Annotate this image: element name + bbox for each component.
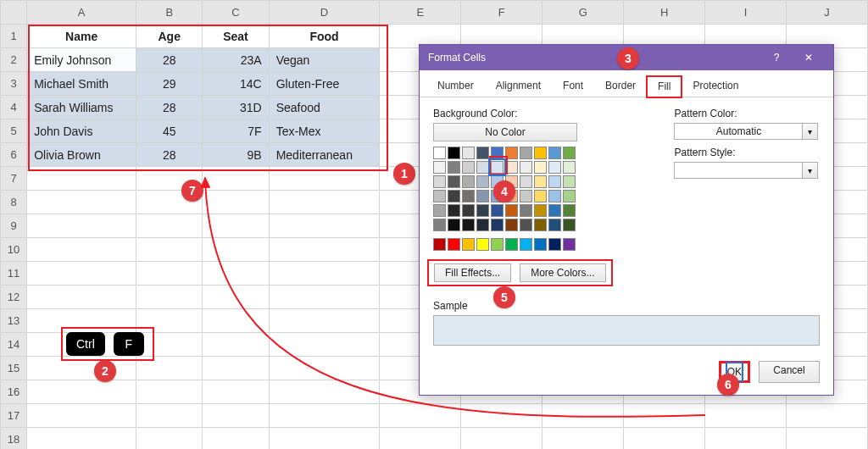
cell-C10[interactable] — [203, 238, 269, 262]
cell-D13[interactable] — [269, 309, 380, 333]
cell-D11[interactable] — [269, 262, 380, 285]
cell-B9[interactable] — [136, 214, 203, 238]
cell-F17[interactable] — [461, 404, 542, 428]
cell-C4[interactable]: 31D — [203, 96, 269, 119]
color-swatch[interactable] — [548, 204, 561, 217]
cell-B1[interactable]: Age — [136, 25, 203, 48]
cell-G17[interactable] — [542, 404, 624, 428]
color-swatch[interactable] — [520, 219, 532, 231]
row-header-3[interactable]: 3 — [1, 72, 27, 96]
cell-A1[interactable]: Name — [27, 25, 136, 48]
color-swatch[interactable] — [548, 175, 561, 188]
cell-B4[interactable]: 28 — [136, 96, 203, 119]
cell-B5[interactable]: 45 — [136, 119, 203, 143]
ok-button[interactable]: OK — [726, 362, 743, 382]
cell-C6[interactable]: 9B — [203, 143, 269, 167]
cell-J18[interactable] — [786, 428, 867, 450]
cell-B6[interactable]: 28 — [136, 143, 203, 167]
cell-B3[interactable]: 29 — [136, 72, 203, 96]
row-header-4[interactable]: 4 — [1, 96, 27, 119]
close-button[interactable]: ✕ — [793, 45, 825, 70]
cell-B18[interactable] — [136, 428, 203, 450]
cell-A11[interactable] — [27, 262, 136, 285]
cell-A4[interactable]: Sarah Williams — [27, 96, 136, 119]
fill-effects-button[interactable]: Fill Effects... — [434, 263, 511, 282]
color-swatch[interactable] — [505, 219, 518, 231]
color-swatch[interactable] — [563, 161, 576, 174]
cell-D5[interactable]: Tex-Mex — [269, 119, 380, 143]
cell-D3[interactable]: Gluten-Free — [269, 72, 380, 96]
color-swatch[interactable] — [433, 175, 446, 188]
cell-D6[interactable]: Mediterranean — [269, 143, 380, 167]
cell-C18[interactable] — [203, 428, 269, 450]
color-swatch[interactable] — [534, 190, 547, 202]
row-header-13[interactable]: 13 — [1, 309, 27, 333]
cell-D9[interactable] — [269, 214, 380, 238]
standard-color-swatch[interactable] — [462, 238, 475, 251]
color-swatch[interactable] — [534, 161, 547, 174]
tab-fill[interactable]: Fill — [647, 76, 682, 97]
row-header-9[interactable]: 9 — [1, 214, 27, 238]
color-swatch[interactable] — [534, 147, 547, 159]
cell-C8[interactable] — [203, 191, 269, 214]
row-header-10[interactable]: 10 — [1, 238, 27, 262]
cell-D15[interactable] — [269, 357, 380, 380]
cell-A18[interactable] — [27, 428, 136, 450]
color-swatch[interactable] — [505, 190, 518, 202]
standard-color-swatch[interactable] — [534, 238, 547, 251]
cell-A3[interactable]: Michael Smith — [27, 72, 136, 96]
standard-color-swatch[interactable] — [548, 238, 561, 251]
tab-border[interactable]: Border — [594, 75, 647, 97]
cancel-button[interactable]: Cancel — [759, 361, 820, 383]
tab-alignment[interactable]: Alignment — [485, 75, 552, 97]
standard-color-swatch[interactable] — [476, 238, 489, 251]
color-swatch[interactable] — [491, 219, 504, 231]
color-swatch[interactable] — [548, 190, 561, 202]
standard-color-swatch[interactable] — [491, 238, 504, 251]
color-swatch[interactable] — [520, 175, 532, 188]
cell-H18[interactable] — [624, 428, 705, 450]
select-all-corner[interactable] — [1, 1, 27, 25]
standard-color-swatch[interactable] — [520, 238, 532, 251]
color-swatch[interactable] — [476, 219, 489, 231]
color-swatch[interactable] — [563, 147, 576, 159]
column-header-H[interactable]: H — [624, 1, 705, 25]
color-swatch[interactable] — [520, 190, 532, 202]
cell-F18[interactable] — [461, 428, 542, 450]
cell-D16[interactable] — [269, 380, 380, 404]
cell-B12[interactable] — [136, 285, 203, 309]
cell-D17[interactable] — [269, 404, 380, 428]
cell-C14[interactable] — [203, 333, 269, 357]
tab-number[interactable]: Number — [426, 75, 485, 97]
cell-A16[interactable] — [27, 380, 136, 404]
cell-D8[interactable] — [269, 191, 380, 214]
color-swatch[interactable] — [563, 204, 576, 217]
column-header-B[interactable]: B — [136, 1, 203, 25]
cell-D4[interactable]: Seafood — [269, 96, 380, 119]
color-swatch[interactable] — [448, 175, 460, 188]
color-swatch[interactable] — [462, 190, 475, 202]
column-header-J[interactable]: J — [786, 1, 867, 25]
color-swatch[interactable] — [548, 161, 561, 174]
cell-A17[interactable] — [27, 404, 136, 428]
color-swatch[interactable] — [462, 219, 475, 231]
color-swatch[interactable] — [505, 204, 518, 217]
column-header-A[interactable]: A — [27, 1, 136, 25]
standard-color-swatch[interactable] — [433, 238, 446, 251]
cell-B16[interactable] — [136, 380, 203, 404]
no-color-button[interactable]: No Color — [433, 123, 577, 141]
cell-G18[interactable] — [542, 428, 624, 450]
column-header-E[interactable]: E — [380, 1, 461, 25]
cell-D12[interactable] — [269, 285, 380, 309]
cell-I17[interactable] — [705, 404, 787, 428]
more-colors-button[interactable]: More Colors... — [520, 263, 605, 282]
cell-C17[interactable] — [203, 404, 269, 428]
help-button[interactable]: ? — [760, 45, 793, 70]
cell-A9[interactable] — [27, 214, 136, 238]
cell-A10[interactable] — [27, 238, 136, 262]
color-swatch[interactable] — [534, 204, 547, 217]
cell-E18[interactable] — [380, 428, 461, 450]
color-swatch[interactable] — [433, 190, 446, 202]
color-swatch[interactable] — [491, 175, 504, 188]
color-swatch[interactable] — [433, 204, 446, 217]
